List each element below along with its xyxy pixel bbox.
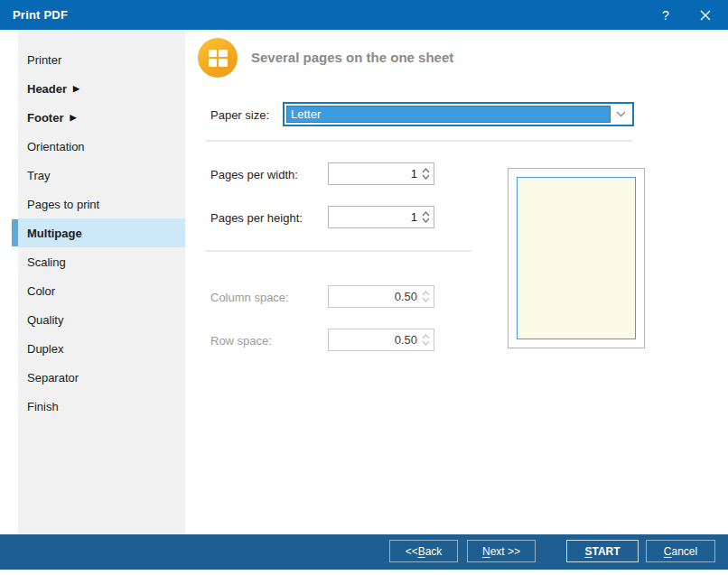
sidebar-item-separator[interactable]: Separator — [18, 363, 185, 392]
paper-size-selected-value: Letter — [286, 106, 611, 123]
spin-up-icon — [422, 334, 430, 339]
page-title: Several pages on the one sheet — [251, 50, 453, 65]
footer-bar: << Back Next >> START Cancel — [0, 534, 728, 570]
sidebar-item-label: Quality — [27, 313, 63, 327]
sidebar-item-quality[interactable]: Quality — [18, 305, 185, 334]
sidebar-item-duplex[interactable]: Duplex — [18, 334, 185, 363]
preview-page — [517, 177, 636, 339]
spin-up-icon[interactable] — [422, 168, 430, 173]
sidebar-item-label: Finish — [27, 400, 59, 413]
spin-down-icon — [422, 297, 430, 302]
sidebar-item-header[interactable]: Header ▶ — [18, 74, 185, 103]
separator-line — [206, 140, 632, 142]
pages-per-height-stepper[interactable]: 1 — [328, 206, 434, 228]
selected-accent-bar — [12, 219, 18, 246]
pages-per-width-label: Pages per width: — [210, 168, 298, 181]
back-button[interactable]: << Back — [389, 540, 458, 562]
sidebar-item-label: Footer — [27, 111, 63, 125]
separator-line — [206, 250, 471, 252]
pages-per-height-value: 1 — [329, 210, 420, 224]
sidebar-item-tray[interactable]: Tray — [18, 161, 185, 190]
submenu-arrow-icon: ▶ — [73, 85, 79, 93]
spin-down-icon[interactable] — [422, 174, 430, 180]
sidebar-item-label: Pages to print — [27, 198, 99, 211]
sidebar-item-color[interactable]: Color — [18, 276, 185, 305]
pages-per-width-stepper[interactable]: 1 — [328, 162, 434, 185]
sidebar-menu: Printer Header ▶ Footer ▶ Orientation Tr… — [18, 45, 185, 421]
column-space-label: Column space: — [210, 291, 289, 304]
column-space-stepper: 0.50 — [328, 285, 434, 308]
sidebar-item-orientation[interactable]: Orientation — [18, 132, 185, 161]
chevron-down-icon[interactable] — [611, 106, 630, 123]
sidebar-item-label: Color — [27, 284, 55, 298]
sidebar-item-printer[interactable]: Printer — [18, 45, 185, 74]
cancel-button[interactable]: Cancel — [646, 540, 715, 562]
sidebar-item-label: Separator — [27, 371, 79, 385]
sidebar-item-label: Tray — [27, 169, 51, 182]
settings-sidebar: Printer Header ▶ Footer ▶ Orientation Tr… — [18, 30, 185, 534]
row-space-label: Row space: — [210, 334, 272, 348]
pages-per-height-label: Pages per height: — [210, 211, 303, 225]
paper-size-label: Paper size: — [210, 108, 269, 122]
spin-down-icon — [422, 340, 430, 346]
title-bar: Print PDF ? — [0, 0, 728, 30]
row-space-value: 0.50 — [329, 333, 420, 347]
sidebar-item-multipage[interactable]: Multipage — [18, 218, 185, 247]
row-space-stepper: 0.50 — [328, 329, 434, 351]
sheet-preview — [508, 168, 645, 348]
close-icon[interactable] — [697, 7, 714, 23]
pages-per-width-value: 1 — [329, 167, 420, 181]
spin-down-icon[interactable] — [422, 218, 430, 223]
sidebar-item-label: Multipage — [27, 227, 82, 240]
submenu-arrow-icon: ▶ — [70, 114, 76, 122]
next-button[interactable]: Next >> — [467, 540, 536, 562]
sidebar-item-label: Scaling — [27, 255, 66, 269]
multipage-grid-icon — [198, 38, 238, 78]
spin-up-icon[interactable] — [422, 211, 430, 217]
spin-up-icon — [422, 291, 430, 296]
help-icon[interactable]: ? — [658, 7, 674, 23]
sidebar-item-scaling[interactable]: Scaling — [18, 247, 185, 276]
window-title: Print PDF — [0, 8, 68, 22]
sidebar-item-label: Duplex — [27, 342, 63, 356]
start-button[interactable]: START — [566, 540, 639, 562]
column-space-value: 0.50 — [329, 290, 420, 303]
sidebar-item-label: Header — [27, 82, 67, 96]
sidebar-item-footer[interactable]: Footer ▶ — [18, 103, 185, 132]
sidebar-item-finish[interactable]: Finish — [18, 392, 185, 421]
sidebar-item-label: Orientation — [27, 140, 85, 153]
print-pdf-dialog: Print PDF ? Printer Header ▶ Footer ▶ — [0, 0, 728, 575]
sidebar-item-label: Printer — [27, 53, 61, 67]
sidebar-item-pages-to-print[interactable]: Pages to print — [18, 190, 185, 218]
paper-size-select[interactable]: Letter — [283, 102, 634, 126]
main-panel: Several pages on the one sheet Paper siz… — [185, 30, 728, 534]
